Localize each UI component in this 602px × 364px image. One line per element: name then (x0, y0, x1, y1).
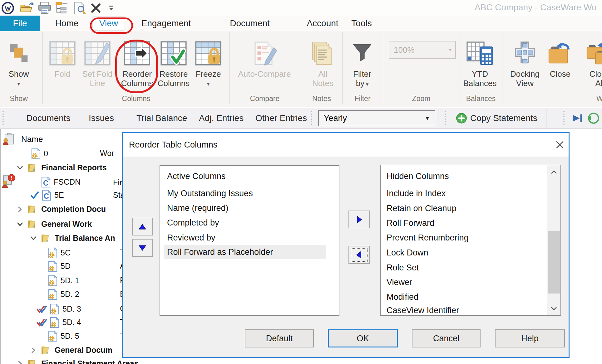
help-button[interactable]: Help (495, 329, 565, 347)
issue-alert-icon (1, 173, 16, 188)
caseware-logo-icon[interactable] (1, 2, 14, 15)
zoom-dropdown-caret: ▾ (449, 41, 452, 58)
group-label-filter: Filter (339, 95, 386, 103)
group-label-compare: Compare (241, 95, 288, 103)
ytd-balances-icon (466, 41, 494, 66)
tab-home[interactable]: Home (50, 16, 84, 31)
tree-row[interactable]: 5D (48, 259, 74, 273)
hide-column-button[interactable] (348, 211, 370, 228)
document-organizer-icon[interactable] (54, 2, 69, 15)
group-separator (502, 32, 502, 104)
tree-row[interactable]: General Docum (30, 343, 116, 357)
tree-row[interactable]: 5D. 4 (37, 315, 84, 329)
tree-row[interactable]: 5D. 3 (37, 302, 84, 316)
open-file-icon[interactable] (19, 2, 34, 14)
active-columns-list[interactable]: Active Columns My Outstanding Issues Nam… (160, 165, 339, 316)
adj-entries-button[interactable]: Adj. Entries (199, 108, 244, 129)
tab-engagement[interactable]: Engagement (141, 16, 192, 31)
list-item[interactable]: Name (required) (160, 201, 339, 216)
tree-row[interactable]: 5D. 2 (48, 287, 82, 301)
tree-row[interactable]: 5C (48, 246, 74, 260)
group-label-columns: Columns (113, 95, 160, 103)
print-icon[interactable] (37, 2, 52, 15)
list-item[interactable]: Role Set (381, 260, 560, 275)
cancel-button[interactable]: Cancel (412, 329, 481, 347)
tree-row-description: Fir (113, 178, 122, 187)
chevron-down-icon[interactable] (17, 165, 23, 171)
toolbar-drag-handle[interactable] (311, 111, 312, 125)
tree-row[interactable]: Trial Balance An (30, 231, 119, 245)
chevron-right-icon[interactable] (17, 206, 23, 212)
close-all-button[interactable]: CloseAll (576, 69, 602, 88)
tab-account[interactable]: Account (304, 16, 341, 31)
chevron-down-icon[interactable] (30, 235, 37, 241)
toolbar-drag-handle[interactable] (563, 111, 565, 125)
tree-row[interactable]: Financial Reports (17, 161, 111, 175)
copy-statements-button[interactable]: Copy Statements (470, 108, 537, 129)
toolbar-drag-handle[interactable] (445, 111, 446, 125)
tree-row[interactable]: 5D. 1 (48, 274, 82, 288)
chevron-down-icon[interactable] (17, 221, 23, 227)
freeze-button[interactable]: Freeze (185, 69, 232, 79)
filter-by-button[interactable]: Filterby ▾ (339, 69, 386, 89)
list-item[interactable]: Viewer (381, 275, 560, 290)
tab-file[interactable]: File (0, 16, 40, 31)
sync-back-icon[interactable] (587, 112, 600, 125)
list-item[interactable]: Include in Index (381, 186, 560, 201)
other-entries-button[interactable]: Other Entries (255, 108, 307, 129)
list-item[interactable]: Reviewed by (160, 230, 339, 245)
show-dropdown-caret[interactable]: ▾ (0, 80, 37, 87)
list-item[interactable]: Retain on Cleanup (381, 201, 560, 216)
list-item[interactable]: My Outstanding Issues (160, 186, 339, 201)
chevron-right-icon[interactable] (30, 347, 37, 353)
list-item[interactable]: CaseView Identifier (381, 303, 560, 318)
move-down-button[interactable] (132, 239, 153, 257)
default-button[interactable]: Default (245, 329, 314, 347)
tree-row[interactable]: 0 (31, 147, 51, 161)
move-up-button[interactable] (132, 218, 153, 235)
tab-document[interactable]: Document (227, 16, 273, 31)
delete-icon[interactable] (90, 2, 101, 14)
list-item[interactable]: Roll Forward (381, 216, 560, 231)
vertical-scrollbar[interactable] (547, 165, 560, 315)
freeze-dropdown-caret[interactable]: ▾ (185, 80, 232, 87)
list-item-selected[interactable]: Roll Forward as Placeholder (160, 245, 339, 260)
documents-button[interactable]: Documents (26, 108, 71, 129)
toolbar-drag-handle[interactable] (2, 111, 4, 125)
group-separator (460, 32, 460, 104)
zoom-select: 100%▾ (389, 41, 456, 59)
tab-view[interactable]: View (92, 16, 125, 31)
chevron-right-icon[interactable] (17, 361, 23, 364)
list-item[interactable]: Lock Down (381, 245, 560, 260)
list-item[interactable]: Prevent Renumbering (381, 230, 560, 245)
tree-row[interactable]: FSCDN (41, 175, 84, 189)
tree-row[interactable]: 5D. 5 (48, 329, 82, 343)
ytd-balances-button[interactable]: YTDBalances (456, 69, 503, 88)
show-button[interactable]: Show (0, 69, 37, 79)
print-preview-icon[interactable] (72, 2, 87, 15)
scroll-down-button[interactable] (547, 302, 560, 315)
period-select[interactable]: Yearly▼ (318, 110, 435, 126)
set-fold-line-icon (84, 41, 111, 66)
list-item[interactable]: Completed by (160, 215, 339, 230)
tab-tools[interactable]: Tools (350, 16, 373, 31)
dialog-titlebar[interactable]: Reorder Table Columns (123, 133, 569, 157)
tree-row[interactable]: Completion Docu (17, 202, 110, 216)
issues-button[interactable]: Issues (89, 108, 114, 129)
ok-button[interactable]: OK (328, 329, 398, 347)
hidden-columns-list[interactable]: Hidden Columns Include in Index Retain o… (380, 165, 561, 316)
scroll-up-icon (551, 170, 557, 174)
tree-row[interactable]: 5E (31, 188, 67, 202)
scroll-up-button[interactable] (547, 165, 560, 179)
folder-icon (27, 359, 37, 364)
show-column-button[interactable] (348, 246, 370, 264)
focus-outline (351, 248, 368, 262)
caseview-document-icon (41, 177, 51, 188)
scrollbar-thumb[interactable] (548, 231, 560, 294)
trial-balance-button[interactable]: Trial Balance (136, 108, 187, 129)
dialog-close-icon[interactable] (555, 140, 564, 149)
tree-row[interactable]: General Work (17, 217, 96, 231)
goto-document-icon[interactable] (572, 113, 584, 124)
toolbar-options-icon[interactable] (108, 4, 114, 11)
list-item[interactable]: Modified (381, 289, 560, 304)
